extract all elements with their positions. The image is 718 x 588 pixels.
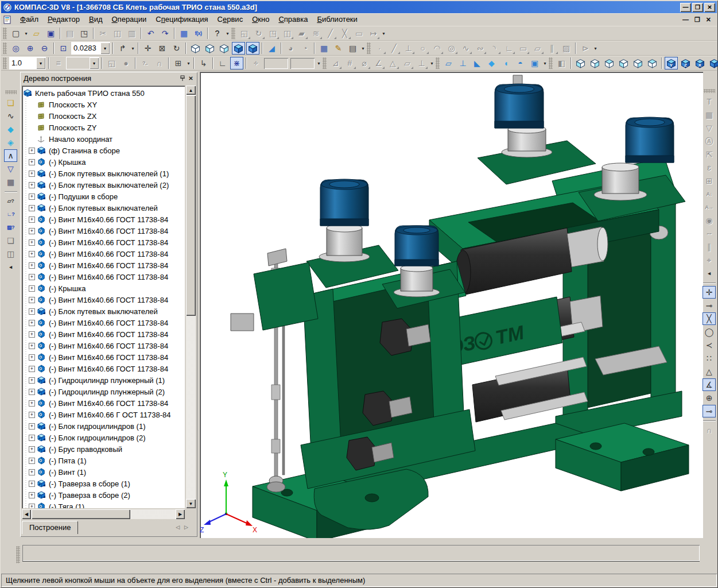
tree-expand-icon[interactable]: + — [29, 159, 35, 165]
geometry-panel-dropdown[interactable]: ▾ — [592, 42, 599, 55]
tree-item[interactable]: +(-) Винт М16х40.66 ГОСТ 11738-84 — [23, 328, 185, 340]
tree-item[interactable]: +(ф) Станина в сборе — [23, 145, 185, 156]
measure3d-area-button[interactable]: ▨? — [4, 221, 17, 234]
new-drawing-from-model-button[interactable]: ▤ — [346, 42, 359, 55]
tree-item[interactable]: +(-) Винт М16х40.66 ГОСТ 11738-84 — [23, 225, 185, 237]
tree-item[interactable]: Плоскость XY — [23, 99, 185, 110]
rotate-view-button[interactable]: ↻ — [170, 42, 183, 55]
tree-expand-icon[interactable]: + — [29, 481, 35, 487]
tree-expand-icon[interactable]: + — [29, 423, 35, 430]
new-document-dropdown[interactable]: ▾ — [23, 27, 29, 40]
tree-item[interactable]: +(-) Блок путевых выключателей — [23, 202, 185, 214]
view-bottom-button[interactable] — [617, 57, 630, 69]
close-panel-icon[interactable]: ✕ — [187, 74, 195, 82]
tree-item[interactable]: +(-) Крышка — [23, 283, 185, 294]
tree-expand-icon[interactable]: + — [29, 239, 35, 246]
view-right-button[interactable] — [646, 57, 659, 69]
undo-button[interactable]: ↶ — [144, 27, 157, 40]
view-front-button[interactable] — [574, 57, 587, 69]
view-isometric-xyz-button[interactable]: Y — [665, 57, 678, 69]
toolbar-grip[interactable] — [367, 42, 371, 54]
snap-nearest-button[interactable]: ⊸ — [703, 405, 716, 417]
scale-combo[interactable]: 0.0283▾ — [72, 42, 110, 54]
tree-expand-icon[interactable]: + — [29, 366, 35, 372]
scroll-up-icon[interactable]: ▲ — [186, 86, 196, 95]
menu-item-файл[interactable]: Файл — [15, 13, 43, 26]
tree-item[interactable]: +(-) Винт М16х40.66 ГОСТ 11738-84 — [23, 294, 185, 305]
view-dimetric-button[interactable] — [708, 57, 718, 69]
variables-button[interactable]: ▦ — [177, 27, 191, 40]
tree-item[interactable]: +(-) Блок путевых выключателей (1) — [23, 168, 185, 179]
pan-button[interactable]: ✛ — [141, 42, 154, 55]
display-shaded-button[interactable] — [232, 42, 245, 55]
step-combo[interactable]: 1.0▾ — [10, 57, 45, 69]
aux-local-cs-button[interactable]: ▣ — [528, 57, 541, 69]
tree-expand-icon[interactable]: + — [29, 171, 35, 177]
display-shaded-edges-button[interactable] — [246, 42, 259, 55]
tree-expand-icon[interactable]: + — [29, 400, 35, 407]
context-help-dropdown[interactable]: ▾ — [224, 27, 231, 40]
scroll-down-icon[interactable]: ▼ — [186, 499, 196, 508]
save-document-button[interactable]: ▣ — [44, 27, 57, 40]
ortho-drawing-button[interactable]: ∟ — [216, 57, 229, 69]
tree-expand-icon[interactable]: + — [29, 194, 35, 200]
tree-expand-icon[interactable]: + — [29, 285, 35, 292]
3d-viewport[interactable]: ЭЗ ТМ — [200, 72, 703, 538]
tree-horizontal-scrollbar[interactable]: ◀ ▶ — [22, 509, 185, 519]
scroll-thumb[interactable] — [186, 95, 196, 316]
snap-angle-button[interactable]: ∡ — [703, 378, 716, 391]
tab-construction[interactable]: Построение — [22, 521, 78, 534]
restore-button[interactable]: ❐ — [692, 3, 703, 12]
tree-expand-icon[interactable]: + — [29, 354, 35, 361]
view-rear-button[interactable] — [588, 57, 601, 69]
tree-item[interactable]: +(-) Тяга (1) — [23, 501, 185, 508]
menu-item-вид[interactable]: Вид — [84, 13, 107, 26]
tree-item-root[interactable]: Клеть рабочая ТРИО стана 550 — [23, 87, 185, 99]
collapse-left-button[interactable]: ◂ — [4, 261, 17, 273]
measure3d-plane-button[interactable]: ▱? — [4, 195, 17, 207]
toolbar-grip[interactable] — [704, 89, 715, 93]
aux-dome-button[interactable]: ◓ — [514, 57, 527, 69]
tree-item[interactable]: +(-) Винт М16х40.66 ГОСТ 11738-84 — [23, 214, 185, 225]
assembly-operations-button[interactable]: ◫ — [4, 247, 17, 260]
menu-item-редактор[interactable]: Редактор — [43, 13, 84, 26]
aux-plane-button[interactable]: ▱ — [442, 57, 455, 69]
tree-item[interactable]: Плоскость ZY — [23, 122, 185, 133]
aux-geometry-panel-button[interactable]: ∧ — [4, 149, 17, 162]
snap-tangent-button[interactable]: ≺ — [703, 339, 716, 351]
menu-item-библиотеки[interactable]: Библиотеки — [312, 13, 362, 26]
snap-center-button[interactable]: ⊕ — [703, 392, 716, 404]
aux-axis-button[interactable]: ⊥ — [456, 57, 469, 69]
aux-sphere-button[interactable]: ◖ — [499, 57, 513, 69]
tree-expand-icon[interactable]: + — [29, 446, 35, 452]
tree-item[interactable]: +(-) Винт М16х40.66 ГОСТ 11738-84 — [23, 351, 185, 363]
tree-expand-icon[interactable]: + — [29, 377, 35, 384]
toolbar-grip[interactable] — [3, 42, 7, 54]
edit-part-button[interactable]: ❏ — [4, 96, 17, 109]
toolbar-grip[interactable] — [549, 57, 553, 69]
mdi-close-button[interactable]: ✕ — [706, 16, 711, 24]
snap-intersection-button[interactable]: ╳ — [703, 312, 716, 325]
tree-item[interactable]: +(-) Блок путевых выключателей — [23, 305, 185, 317]
display-no-hidden-button[interactable] — [203, 42, 216, 55]
surfaces-offset-button[interactable]: ◈ — [4, 136, 17, 149]
new-document-button[interactable]: ▢ — [9, 27, 22, 40]
folder-operations-button[interactable]: ❏ — [4, 234, 17, 247]
open-document-button[interactable]: ▱ — [30, 27, 43, 40]
editing-panel-dropdown[interactable]: ▾ — [381, 27, 387, 40]
surfaces-button[interactable]: ◆ — [4, 123, 17, 136]
tree-item[interactable]: Начало координат — [23, 133, 185, 145]
tree-item[interactable]: +(-) Винт М16х40.66 ГОСТ 11738-84 — [23, 363, 185, 374]
tree-expand-icon[interactable]: + — [29, 331, 35, 338]
zoom-area-button[interactable]: ⊡ — [57, 42, 70, 55]
tree-item[interactable]: +(-) Винт М16х40.66 ГОСТ 11738-84 — [23, 237, 185, 248]
tree-expand-icon[interactable]: + — [29, 216, 35, 223]
measure3d-corner-button[interactable]: ∟? — [4, 208, 17, 220]
tree-expand-icon[interactable]: + — [29, 205, 35, 211]
view-top-button[interactable] — [603, 57, 616, 69]
redo-button[interactable]: ↷ — [158, 27, 172, 40]
mdi-minimize-button[interactable]: — — [682, 16, 689, 23]
view-left-button[interactable] — [631, 57, 645, 69]
grid-dropdown[interactable]: ▾ — [185, 57, 192, 69]
menu-item-операции[interactable]: Операции — [107, 13, 151, 26]
